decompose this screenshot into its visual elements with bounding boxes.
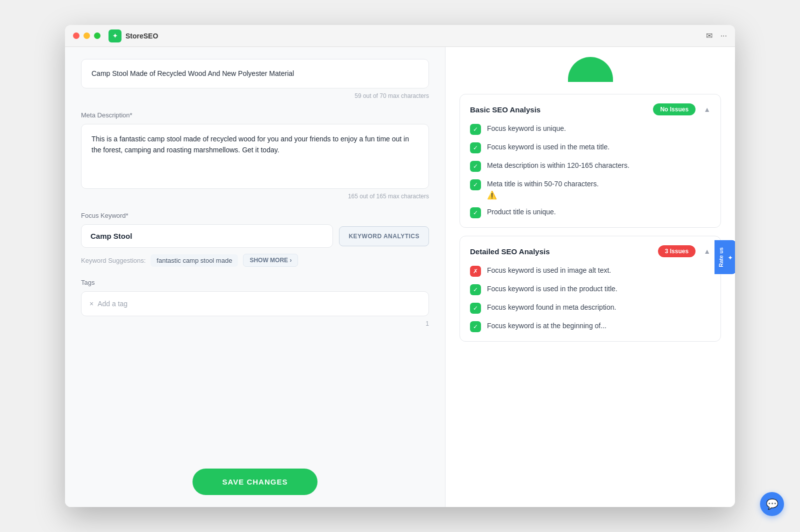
detailed-seo-section: Detailed SEO Analysis 3 Issues ▲ ✗ Focus…	[460, 236, 721, 342]
basic-seo-section: Basic SEO Analysis No Issues ▲ ✓ Focus k…	[460, 94, 721, 228]
detailed-seo-item-3: ✓ Focus keyword found in meta descriptio…	[470, 302, 710, 314]
right-panel: Basic SEO Analysis No Issues ▲ ✓ Focus k…	[445, 47, 735, 507]
titlebar: ✦ StoreSEO ✉ ···	[65, 25, 735, 47]
maximize-button[interactable]	[94, 32, 100, 39]
detailed-seo-badge: 3 Issues	[658, 245, 696, 257]
rate-us-label: Rate us	[718, 247, 724, 267]
basic-seo-header-right: No Issues ▲	[653, 103, 710, 115]
keyword-analytics-button[interactable]: KEYWORD ANALYTICS	[339, 226, 429, 246]
basic-seo-text-4: Meta title is within 50-70 characters.	[487, 180, 598, 188]
save-changes-button[interactable]: SAVE CHANGES	[192, 469, 318, 495]
check-icon-3: ✓	[470, 161, 481, 172]
detailed-seo-item-2: ✓ Focus keyword is used in the product t…	[470, 284, 710, 295]
basic-seo-header: Basic SEO Analysis No Issues ▲	[470, 103, 710, 115]
score-circle	[568, 57, 613, 82]
tag-close-icon[interactable]: ×	[90, 300, 94, 308]
detailed-seo-text-1: Focus keyword is used in image alt text.	[487, 265, 611, 276]
detailed-seo-text-4: Focus keyword is at the beginning of...	[487, 321, 606, 331]
detailed-seo-header-right: 3 Issues ▲	[658, 245, 710, 257]
bell-icon[interactable]: ✉	[706, 31, 712, 40]
chat-icon: 💬	[766, 498, 778, 510]
meta-title-value: Camp Stool Made of Recycled Wood And New…	[92, 69, 294, 77]
detailed-seo-text-3: Focus keyword found in meta description.	[487, 302, 616, 313]
main-content: Camp Stool Made of Recycled Wood And New…	[65, 47, 735, 507]
detailed-seo-item-1: ✗ Focus keyword is used in image alt tex…	[470, 265, 710, 277]
app-info: ✦ StoreSEO	[108, 29, 158, 42]
focus-keyword-label: Focus Keyword*	[81, 212, 429, 219]
basic-seo-item-1: ✓ Focus keyword is unique.	[470, 123, 710, 135]
basic-seo-item-3: ✓ Meta description is within 120-165 cha…	[470, 160, 710, 172]
meta-title-box[interactable]: Camp Stool Made of Recycled Wood And New…	[81, 59, 429, 88]
keyword-input[interactable]: Camp Stool	[81, 224, 333, 248]
basic-seo-collapse-icon[interactable]: ▲	[704, 105, 710, 113]
detailed-seo-header: Detailed SEO Analysis 3 Issues ▲	[470, 245, 710, 257]
show-more-button[interactable]: SHOW MORE ›	[243, 254, 298, 267]
focus-keyword-row: Camp Stool KEYWORD ANALYTICS	[81, 224, 429, 248]
tags-label: Tags	[81, 279, 429, 286]
rate-us-tab[interactable]: ✦ Rate us	[714, 240, 735, 274]
minimize-button[interactable]	[84, 32, 90, 39]
traffic-lights	[73, 32, 100, 39]
tags-count: 1	[81, 320, 429, 327]
basic-seo-text-5: Product title is unique.	[487, 207, 556, 217]
keyword-suggestions-row: Keyword Suggestions: fantastic camp stoo…	[81, 254, 429, 267]
basic-seo-text-3: Meta description is within 120-165 chara…	[487, 160, 630, 171]
basic-seo-title: Basic SEO Analysis	[470, 105, 540, 114]
score-circle-container	[460, 57, 721, 82]
save-changes-label: SAVE CHANGES	[222, 478, 288, 486]
chat-button[interactable]: 💬	[760, 492, 784, 516]
logo-icon: ✦	[112, 32, 118, 39]
suggestion-chip[interactable]: fantastic camp stool made	[150, 254, 238, 267]
basic-seo-item-5: ✓ Product title is unique.	[470, 207, 710, 218]
suggestions-label: Keyword Suggestions:	[81, 257, 146, 264]
detailed-seo-item-4: ✓ Focus keyword is at the beginning of..…	[470, 321, 710, 332]
tag-add-placeholder[interactable]: Add a tag	[98, 300, 128, 308]
show-more-label: SHOW MORE ›	[250, 257, 292, 264]
sparkle-icon: ✦	[726, 254, 732, 260]
save-btn-container: SAVE CHANGES	[81, 461, 429, 495]
close-button[interactable]	[73, 32, 80, 39]
check-icon-pass-2: ✓	[470, 284, 481, 295]
check-icon-fail-1: ✗	[470, 266, 481, 277]
tags-input-row[interactable]: × Add a tag	[81, 291, 429, 316]
keyword-analytics-label: KEYWORD ANALYTICS	[348, 233, 420, 240]
meta-description-label: Meta Description*	[81, 111, 429, 119]
more-icon[interactable]: ···	[720, 31, 727, 40]
keyword-value: Camp Stool	[90, 232, 132, 240]
warning-icon: ⚠️	[487, 190, 497, 200]
detailed-seo-title: Detailed SEO Analysis	[470, 247, 550, 256]
meta-description-box[interactable]: This is a fantastic camp stool made of r…	[81, 124, 429, 189]
check-icon-pass-3: ✓	[470, 303, 481, 314]
check-icon-4: ✓	[470, 179, 481, 190]
check-icon-2: ✓	[470, 142, 481, 153]
basic-seo-badge: No Issues	[653, 103, 696, 115]
basic-seo-text-2: Focus keyword is used in the meta title.	[487, 142, 610, 152]
app-title: StoreSEO	[126, 32, 158, 40]
app-logo: ✦	[108, 29, 122, 42]
basic-seo-text-1: Focus keyword is unique.	[487, 123, 566, 134]
detailed-seo-collapse-icon[interactable]: ▲	[704, 247, 710, 255]
detailed-seo-text-2: Focus keyword is used in the product tit…	[487, 284, 618, 294]
check-icon-1: ✓	[470, 124, 481, 135]
titlebar-actions: ✉ ···	[706, 31, 727, 40]
left-panel: Camp Stool Made of Recycled Wood And New…	[65, 47, 445, 507]
check-icon-5: ✓	[470, 207, 481, 218]
meta-description-value: This is a fantastic camp stool made of r…	[92, 135, 409, 154]
basic-seo-item-4: ✓ Meta title is within 50-70 characters.…	[470, 179, 710, 200]
check-icon-pass-4: ✓	[470, 321, 481, 332]
meta-description-char-count: 165 out of 165 max characters	[81, 193, 429, 200]
meta-title-char-count: 59 out of 70 max characters	[81, 92, 429, 99]
basic-seo-item-2: ✓ Focus keyword is used in the meta titl…	[470, 142, 710, 153]
